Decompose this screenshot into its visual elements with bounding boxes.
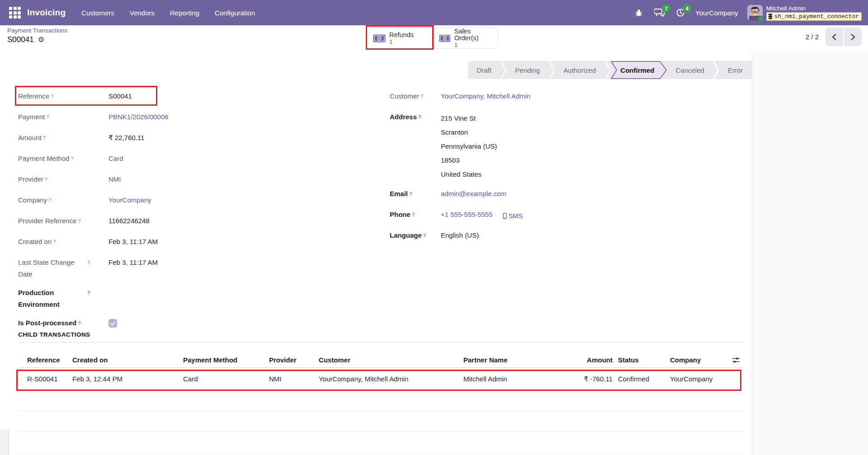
user-name: Mitchell Admin — [766, 5, 806, 12]
amount-value: ₹ 22,760.11 — [108, 132, 144, 146]
is-post-processed-checkbox[interactable] — [108, 319, 117, 328]
field-label: Email — [390, 188, 408, 200]
field-label: Customer — [390, 90, 419, 102]
debug-bug-icon[interactable] — [633, 7, 645, 19]
sms-button[interactable]: SMS — [503, 209, 523, 223]
help-icon[interactable]: ? — [423, 233, 426, 238]
help-icon[interactable]: ? — [87, 290, 90, 296]
database-tag: sh_nmi_payment_connector — [766, 12, 862, 21]
gear-icon[interactable]: ⚙ — [38, 36, 44, 43]
cell-amount: ₹ -760.11 — [558, 375, 613, 383]
status-step-authorized[interactable]: Authorized — [555, 61, 605, 79]
help-icon[interactable]: ? — [409, 191, 412, 197]
help-icon[interactable]: ? — [45, 177, 47, 182]
table-row[interactable]: R-S00041 Feb 3, 12:44 PM Card NMI YourCo… — [18, 368, 743, 390]
user-meta: Mitchell Admin sh_nmi_payment_connector — [766, 5, 862, 21]
help-icon[interactable]: ? — [71, 156, 73, 161]
chevron-left-icon — [832, 33, 837, 41]
form-right-column: Customer? YourCompany, Mitchell Admin Ad… — [390, 90, 706, 250]
activities-count-badge: 4 — [683, 4, 691, 13]
apps-grid-icon[interactable] — [6, 4, 24, 21]
menu-reporting[interactable]: Reporting — [164, 5, 205, 21]
refunds-stat-button[interactable]: Refunds 1 — [368, 28, 432, 49]
header-provider[interactable]: Provider — [269, 356, 319, 364]
help-icon[interactable]: ? — [43, 135, 46, 141]
bottom-left-strip — [0, 429, 9, 455]
breadcrumb: Payment Transactions S00041 ⚙ — [7, 27, 68, 44]
company-switcher[interactable]: YourCompany — [695, 9, 738, 17]
payment-link[interactable]: PBNK1/2026/00006 — [108, 111, 169, 125]
messages-count-badge: 7 — [662, 4, 670, 13]
menu-customers[interactable]: Customers — [75, 5, 120, 21]
payment-method-link[interactable]: Card — [108, 153, 123, 167]
help-icon[interactable]: ? — [51, 94, 53, 99]
language-value: English (US) — [441, 230, 479, 244]
sales-orders-count: 1 — [454, 42, 493, 48]
help-icon[interactable]: ? — [46, 114, 49, 120]
field-customer: Customer? YourCompany, Mitchell Admin — [390, 90, 706, 104]
messages-menu[interactable]: 7 — [654, 7, 665, 19]
menu-configuration[interactable]: Configuration — [209, 5, 261, 21]
phone-link[interactable]: +1 555-555-5555 — [441, 209, 493, 223]
money-bill-icon — [373, 34, 386, 42]
cell-company: YourCompany — [665, 375, 725, 383]
cell-payment-method: Card — [183, 375, 269, 383]
status-step-error[interactable]: Error — [719, 61, 752, 79]
field-is-post-processed: Is Post-processed? — [18, 317, 307, 331]
field-label: Production Environment — [18, 287, 86, 310]
header-reference[interactable]: Reference — [18, 356, 72, 364]
header-customer[interactable]: Customer — [319, 356, 463, 364]
breadcrumb-parent-link[interactable]: Payment Transactions — [7, 27, 68, 34]
user-menu[interactable]: Mitchell Admin sh_nmi_payment_connector — [747, 5, 862, 21]
app-name[interactable]: Invoicing — [27, 8, 66, 18]
cell-partner-name: Mitchell Admin — [463, 375, 558, 383]
customer-link[interactable]: YourCompany, Mitchell Admin — [441, 90, 530, 104]
help-icon[interactable]: ? — [78, 218, 80, 224]
step-separator — [549, 61, 555, 79]
help-icon[interactable]: ? — [48, 197, 51, 203]
status-step-pending[interactable]: Pending — [506, 61, 549, 79]
field-language: Language? English (US) — [390, 230, 706, 244]
chevron-right-icon — [850, 33, 855, 41]
help-icon[interactable]: ? — [412, 212, 415, 217]
field-label: Phone — [390, 209, 410, 220]
field-last-state-change: Last State Change Date? Feb 3, 11:17 AM — [18, 257, 307, 280]
cell-customer: YourCompany, Mitchell Admin — [319, 375, 463, 383]
sms-label: SMS — [509, 210, 523, 222]
pager-next-button[interactable] — [844, 28, 862, 46]
cell-provider: NMI — [269, 375, 319, 383]
field-amount: Amount? ₹ 22,760.11 — [18, 132, 307, 146]
column-options-button[interactable] — [725, 356, 743, 364]
menu-vendors[interactable]: Vendors — [124, 5, 160, 21]
status-step-draft[interactable]: Draft — [468, 61, 500, 79]
help-icon[interactable]: ? — [78, 320, 81, 326]
email-link[interactable]: admin@example.com — [441, 188, 506, 202]
cell-reference: R-S00041 — [18, 375, 72, 383]
status-step-confirmed-active[interactable]: Confirmed — [611, 61, 667, 79]
header-payment-method[interactable]: Payment Method — [183, 356, 269, 364]
step-separator — [500, 61, 506, 79]
help-icon[interactable]: ? — [420, 94, 423, 99]
invoicing-app-window: Invoicing Customers Vendors Reporting Co… — [0, 0, 868, 455]
created-on-value: Feb 3, 11:17 AM — [108, 236, 158, 250]
company-link[interactable]: YourCompany — [108, 194, 151, 208]
help-icon[interactable]: ? — [87, 260, 90, 265]
status-step-canceled[interactable]: Canceled — [667, 61, 713, 79]
header-amount[interactable]: Amount — [558, 356, 613, 364]
refunds-count: 1 — [389, 38, 414, 45]
pager-previous-button[interactable] — [826, 28, 843, 46]
activities-menu[interactable]: 4 — [675, 7, 686, 19]
field-label: Created on — [18, 236, 52, 248]
provider-link[interactable]: NMI — [108, 174, 121, 188]
help-icon[interactable]: ? — [53, 239, 56, 244]
sales-orders-stat-button[interactable]: Sales Order(s) 1 — [434, 28, 498, 49]
field-label: Provider Reference — [18, 215, 76, 227]
help-icon[interactable]: ? — [418, 114, 421, 120]
header-partner-name[interactable]: Partner Name — [463, 356, 558, 364]
header-created-on[interactable]: Created on — [72, 356, 183, 364]
address-zip: 18503 — [441, 153, 497, 167]
header-company[interactable]: Company — [665, 356, 725, 364]
header-status[interactable]: Status — [613, 356, 665, 364]
field-company: Company? YourCompany — [18, 194, 307, 208]
field-label: Provider — [18, 174, 43, 185]
